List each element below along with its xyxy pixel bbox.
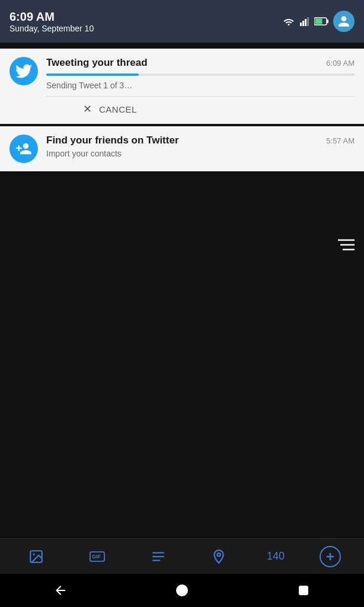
notification-header-friends: Find your friends on Twitter 5:57 AM Imp…	[9, 135, 355, 163]
recents-button[interactable]	[286, 579, 321, 602]
svg-rect-1	[302, 21, 304, 26]
status-bar: 6:09 AM Sunday, September 10	[0, 0, 364, 43]
svg-rect-6	[315, 19, 323, 24]
notification-body-tweet: Sending Tweet 1 of 3…	[46, 81, 355, 90]
bottom-toolbar: GIF 140	[0, 538, 364, 574]
title-row: Tweeting your thread 6:09 AM	[46, 57, 355, 69]
notification-action[interactable]: ✕ CANCEL	[46, 103, 355, 116]
svg-point-17	[218, 553, 221, 556]
cancel-button[interactable]: CANCEL	[99, 104, 137, 114]
notification-content-friends: Find your friends on Twitter 5:57 AM Imp…	[46, 135, 355, 162]
svg-rect-3	[307, 17, 309, 26]
notification-title-tweet: Tweeting your thread	[46, 57, 148, 69]
title-row-friends: Find your friends on Twitter 5:57 AM	[46, 135, 355, 146]
notification-header: Tweeting your thread 6:09 AM Sending Twe…	[9, 57, 355, 116]
list-button[interactable]	[145, 544, 171, 570]
svg-rect-5	[327, 20, 328, 23]
avatar[interactable]	[333, 11, 355, 32]
image-button[interactable]	[23, 544, 49, 570]
notification-content-tweet: Tweeting your thread 6:09 AM Sending Twe…	[46, 57, 355, 116]
progress-bar-container	[46, 74, 355, 76]
add-tweet-button[interactable]	[320, 546, 341, 567]
location-button[interactable]	[206, 544, 232, 570]
status-time: 6:09 AM	[9, 9, 94, 24]
status-bar-right	[282, 11, 355, 32]
svg-rect-21	[299, 586, 308, 595]
notification-title-friends: Find your friends on Twitter	[46, 135, 179, 146]
notification-find-friends[interactable]: Find your friends on Twitter 5:57 AM Imp…	[0, 126, 364, 171]
notification-divider	[46, 96, 355, 97]
status-bar-left: 6:09 AM Sunday, September 10	[9, 9, 94, 33]
progress-bar-fill	[46, 74, 139, 76]
notification-body-friends: Import your contacts	[46, 149, 355, 158]
svg-rect-2	[305, 19, 306, 26]
notifications-container: Tweeting your thread 6:09 AM Sending Twe…	[0, 43, 364, 177]
notification-time-tweet: 6:09 AM	[326, 59, 355, 68]
status-date: Sunday, September 10	[9, 24, 94, 33]
wifi-icon	[282, 17, 295, 26]
svg-point-11	[33, 553, 35, 555]
char-count: 140	[267, 550, 285, 563]
signal-icon	[300, 17, 309, 26]
svg-text:GIF: GIF	[92, 554, 100, 560]
back-button[interactable]	[43, 579, 78, 602]
svg-point-20	[177, 585, 187, 596]
battery-icon	[314, 17, 328, 25]
home-button[interactable]	[164, 579, 200, 602]
add-person-icon-circle	[9, 135, 38, 163]
twitter-icon-circle	[9, 57, 38, 85]
sort-icon[interactable]	[338, 238, 355, 254]
cancel-x-icon: ✕	[83, 103, 92, 116]
notification-tweet-thread[interactable]: Tweeting your thread 6:09 AM Sending Twe…	[0, 49, 364, 124]
svg-rect-0	[300, 23, 302, 26]
notification-time-friends: 5:57 AM	[326, 136, 355, 145]
android-nav-bar	[0, 574, 364, 607]
gif-button[interactable]: GIF	[84, 544, 110, 570]
